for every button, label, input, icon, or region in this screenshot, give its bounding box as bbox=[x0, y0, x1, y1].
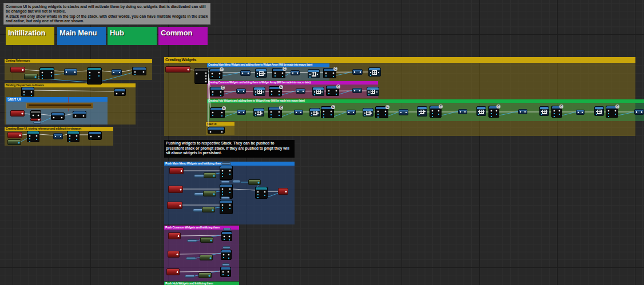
node-compact-function[interactable] bbox=[458, 109, 467, 114]
node-array-add[interactable] bbox=[308, 69, 320, 78]
node-compact-function[interactable] bbox=[518, 109, 527, 114]
node-variable-pill[interactable] bbox=[222, 246, 230, 249]
node-array-add[interactable] bbox=[253, 87, 265, 96]
node-function[interactable] bbox=[208, 127, 225, 134]
node-event[interactable] bbox=[10, 110, 25, 117]
node-function[interactable]: C bbox=[272, 68, 285, 78]
node-compact-function[interactable] bbox=[634, 109, 644, 115]
node-function[interactable] bbox=[21, 87, 34, 97]
node-event[interactable] bbox=[168, 186, 183, 193]
node-array-add[interactable] bbox=[255, 69, 267, 78]
node-event[interactable] bbox=[30, 118, 41, 121]
tab-comment-common[interactable]: Common bbox=[158, 27, 208, 45]
node-function[interactable] bbox=[220, 200, 233, 214]
node-function[interactable]: C bbox=[430, 106, 442, 118]
node-event[interactable] bbox=[169, 167, 184, 174]
tab-comment-main-menu[interactable]: Main Menu bbox=[57, 27, 106, 45]
node-function[interactable]: C bbox=[326, 86, 339, 96]
node-function[interactable] bbox=[51, 113, 65, 120]
node-event[interactable] bbox=[7, 132, 22, 138]
node-compact-function[interactable] bbox=[236, 89, 246, 94]
node-pure-function[interactable] bbox=[204, 172, 216, 178]
node-function[interactable] bbox=[87, 67, 102, 85]
node-array-add[interactable] bbox=[367, 87, 379, 96]
node-function[interactable] bbox=[27, 131, 39, 142]
node-compact-function[interactable] bbox=[296, 89, 305, 94]
comment-note-pushing-widgets[interactable]: Pushing widgets to respective Stack. The… bbox=[164, 140, 295, 158]
node-function[interactable] bbox=[220, 267, 231, 277]
node-function[interactable] bbox=[88, 131, 102, 140]
node-variable-pill[interactable] bbox=[222, 263, 230, 266]
node-function[interactable] bbox=[114, 89, 126, 96]
node-variable-pill[interactable] bbox=[186, 257, 196, 260]
node-function[interactable]: C bbox=[209, 69, 222, 79]
node-array-add[interactable] bbox=[312, 87, 324, 96]
node-variable-pill[interactable] bbox=[221, 162, 231, 165]
node-variable-pill[interactable] bbox=[187, 239, 197, 242]
node-event[interactable] bbox=[165, 66, 190, 73]
node-pure-function[interactable] bbox=[248, 179, 261, 185]
node-event[interactable] bbox=[278, 188, 288, 195]
tab-comment-initilization[interactable]: Initilization bbox=[6, 27, 54, 45]
node-array-add[interactable] bbox=[253, 108, 264, 117]
node-sequence[interactable] bbox=[194, 68, 208, 84]
node-pure-function[interactable] bbox=[198, 272, 212, 278]
node-function[interactable]: C bbox=[323, 68, 336, 78]
node-compact-function[interactable] bbox=[53, 133, 63, 139]
node-array-add[interactable] bbox=[368, 67, 381, 77]
node-function[interactable]: C bbox=[269, 86, 282, 97]
node-variable-pill[interactable] bbox=[221, 180, 230, 183]
node-variable-pill[interactable] bbox=[223, 228, 231, 231]
node-compact-function[interactable] bbox=[352, 69, 363, 75]
node-pure-function[interactable] bbox=[203, 191, 216, 196]
node-function[interactable] bbox=[30, 110, 41, 118]
node-event[interactable] bbox=[10, 67, 25, 73]
node-compact-function[interactable] bbox=[294, 110, 303, 115]
node-function[interactable]: C bbox=[375, 106, 388, 118]
node-array-add[interactable] bbox=[476, 106, 486, 116]
node-pure-function[interactable] bbox=[24, 74, 38, 79]
node-compact-function[interactable] bbox=[352, 88, 362, 93]
node-compact-function[interactable] bbox=[240, 70, 251, 76]
node-function[interactable] bbox=[221, 231, 232, 241]
node-compact-function[interactable] bbox=[237, 110, 246, 115]
node-compact-function[interactable] bbox=[64, 69, 77, 75]
node-function[interactable]: C bbox=[210, 107, 225, 118]
node-pure-function[interactable] bbox=[200, 255, 213, 260]
node-function[interactable] bbox=[220, 166, 233, 180]
node-function[interactable] bbox=[67, 131, 79, 142]
node-compact-function[interactable] bbox=[112, 69, 122, 75]
node-pure-function[interactable] bbox=[200, 237, 213, 243]
node-event[interactable] bbox=[168, 251, 180, 258]
node-variable-pill[interactable] bbox=[232, 180, 241, 183]
node-array-add[interactable] bbox=[309, 108, 320, 117]
node-array-add[interactable] bbox=[363, 108, 373, 117]
node-array-add[interactable] bbox=[594, 106, 604, 116]
graph-canvas[interactable]: Getting ReferencesBinding Dispatchers to… bbox=[0, 0, 644, 285]
node-note[interactable] bbox=[26, 103, 93, 109]
node-function[interactable]: C bbox=[321, 106, 334, 118]
node-event[interactable] bbox=[168, 232, 181, 239]
node-variable-pill[interactable] bbox=[33, 122, 41, 124]
node-compact-function[interactable] bbox=[576, 110, 585, 115]
node-compact-function[interactable] bbox=[399, 109, 408, 115]
node-event[interactable] bbox=[167, 202, 182, 209]
node-variable-pill[interactable] bbox=[221, 196, 230, 199]
comment-note-common-ui[interactable]: Common UI is pushing widgets to stacks a… bbox=[3, 3, 210, 25]
node-function[interactable] bbox=[39, 67, 54, 79]
node-array-add[interactable] bbox=[417, 106, 427, 117]
node-function[interactable]: C bbox=[551, 106, 562, 118]
tab-comment-hub[interactable]: Hub bbox=[108, 27, 157, 45]
node-function[interactable]: C bbox=[210, 87, 224, 97]
node-pure-function[interactable] bbox=[202, 207, 215, 212]
node-compact-function[interactable] bbox=[291, 70, 300, 75]
node-function[interactable]: C bbox=[268, 107, 282, 118]
node-function[interactable]: C bbox=[606, 106, 618, 118]
node-function[interactable] bbox=[73, 111, 86, 118]
node-pure-function[interactable] bbox=[7, 139, 21, 145]
node-function[interactable] bbox=[255, 187, 268, 199]
node-event[interactable] bbox=[166, 268, 180, 275]
node-compact-function[interactable] bbox=[347, 110, 356, 115]
node-array-add[interactable] bbox=[539, 106, 549, 116]
node-function[interactable] bbox=[132, 67, 146, 75]
